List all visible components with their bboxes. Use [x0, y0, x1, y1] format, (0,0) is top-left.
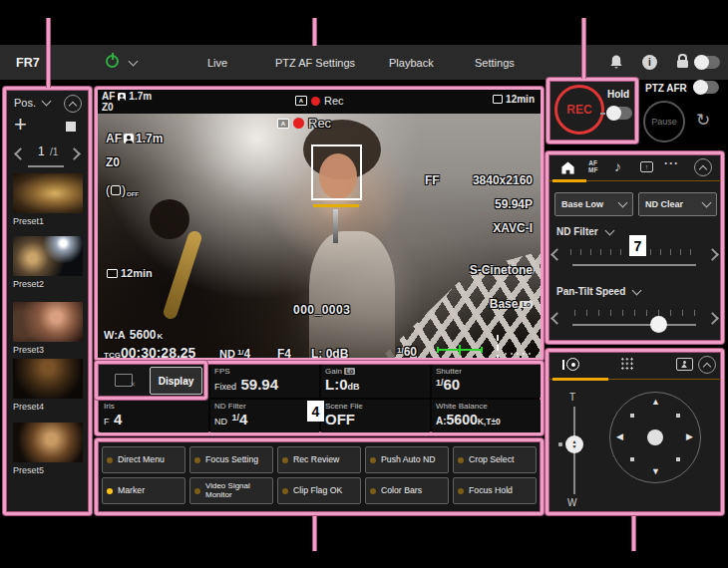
assignable-button-10[interactable]: Focus Hold [453, 477, 537, 504]
callout-badge-4: 4 [307, 401, 324, 422]
base-sensitivity-dropdown[interactable]: Base Low [554, 192, 633, 216]
power-chevron-down-icon[interactable] [129, 57, 139, 67]
status-white-balance[interactable]: White Balance A:5600K,T±0 [432, 400, 541, 432]
preset-thumbnail-2[interactable] [13, 236, 83, 276]
pan-tilt-decrease-icon[interactable] [550, 312, 563, 325]
bell-icon[interactable] [608, 54, 624, 71]
pan-tilt-expander[interactable]: Pan-Tilt Speed [556, 286, 640, 297]
tab-live[interactable]: Live [207, 45, 227, 80]
ptz-afr-toggle[interactable] [693, 81, 719, 94]
preset-thumbnail-3[interactable] [13, 302, 83, 342]
level-meter [497, 335, 499, 358]
overlay-base-label: Base [490, 297, 519, 311]
lock-toggle[interactable] [694, 56, 720, 69]
power-button[interactable] [106, 55, 119, 68]
saxophone [162, 229, 203, 321]
dpad-left-icon[interactable]: ◀ [616, 431, 623, 441]
nd-preset-dropdown[interactable]: ND Clear [638, 192, 717, 216]
nd-filter-expander[interactable]: ND Filter [556, 226, 613, 237]
prev-page-icon[interactable] [14, 147, 27, 160]
hold-toggle[interactable] [606, 107, 632, 120]
overlay-rec-label: Rec [308, 116, 331, 131]
assignable-button-9[interactable]: Color Bars [365, 477, 449, 504]
rec-button[interactable]: REC [554, 85, 604, 135]
preset-thumbnail-4[interactable] [13, 359, 83, 399]
status-fps-label: FPS [214, 367, 315, 376]
overlay-rec-dot [293, 118, 304, 129]
microphone [333, 209, 338, 243]
nd-preset-value: ND Clear [645, 199, 683, 209]
assignable-button-1[interactable]: Direct Menu [102, 446, 185, 473]
assignable-button-3[interactable]: Rec Review [277, 446, 361, 473]
pan-tilt-dpad[interactable]: ▲ ▼ ◀ ▶ [609, 392, 701, 483]
status-nd-sup: 1/ [231, 413, 239, 423]
live-video[interactable]: AF 1.7m Z0 ( ) OFF A Rec FF 3840x2160 59… [98, 114, 541, 358]
camera-image-off-button[interactable]: ✕ [104, 369, 144, 391]
tab-playback[interactable]: Playback [389, 45, 434, 80]
overlay-face-icon [124, 134, 134, 143]
position-dropdown[interactable]: Pos. [14, 97, 50, 109]
status-gain-unit: dB [348, 382, 360, 392]
assignable-button-8[interactable]: Clip Flag OK [277, 477, 361, 504]
tab-media-icon[interactable]: ↑ [640, 161, 653, 172]
assignable-label: Focus Setting [205, 455, 258, 464]
status-iris[interactable]: Iris F 4 [100, 400, 208, 432]
zoom-tele-label: T [569, 392, 575, 403]
pan-tilt-knob[interactable] [650, 316, 667, 333]
overlay-zoom-position: Z0 [106, 155, 120, 169]
dpad-down-icon[interactable]: ▼ [651, 466, 660, 476]
adjust-collapse-button[interactable] [694, 158, 712, 176]
overlay-nd-prefix: ND [219, 348, 235, 358]
dpad-center-button[interactable] [647, 429, 663, 445]
callout-badge-7: 7 [629, 235, 646, 256]
status-fps[interactable]: FPS Fixed 59.94 [210, 365, 319, 398]
dpad-up-icon[interactable]: ▲ [651, 397, 660, 407]
tab-af-mf-icon[interactable]: AF MF [588, 159, 597, 173]
reset-icon[interactable]: ↺ [696, 110, 710, 131]
nd-slider-track[interactable] [572, 264, 696, 266]
next-page-icon[interactable] [68, 147, 81, 160]
tab-auto-framing-icon[interactable] [676, 358, 693, 371]
ptz-collapse-button[interactable] [698, 356, 716, 374]
assignable-button-6[interactable]: Marker [102, 477, 185, 504]
nd-slider-decrease-icon[interactable] [550, 248, 563, 261]
add-preset-button[interactable]: + [14, 112, 27, 138]
strip-rec-label: Rec [324, 95, 344, 107]
dpad-right-icon[interactable]: ▶ [686, 431, 693, 441]
status-scene-label: Scene File [325, 402, 426, 411]
tab-audio-icon[interactable]: ♪ [614, 158, 621, 174]
tab-ptz-af-settings[interactable]: PTZ AF Settings [275, 45, 355, 80]
tab-home-icon[interactable] [560, 160, 575, 175]
status-nd-filter[interactable]: ND Filter ND 1/4 [210, 400, 319, 432]
tab-more-icon[interactable]: ··· [664, 156, 679, 170]
stop-icon[interactable] [66, 122, 76, 132]
display-button[interactable]: Display [150, 367, 202, 395]
pan-tilt-track[interactable] [572, 324, 696, 326]
preset-thumbnail-5[interactable] [13, 423, 83, 462]
assignable-button-5[interactable]: Crop Select [453, 446, 537, 473]
chevron-up-icon [699, 164, 707, 172]
status-shutter[interactable]: Shutter 1/60 [432, 365, 541, 398]
status-scene-file[interactable]: Scene File OFF [321, 400, 430, 432]
status-gain[interactable]: Gain Lo L:0dB [321, 365, 430, 398]
collapse-panel-button[interactable] [64, 95, 82, 113]
tab-settings[interactable]: Settings [475, 45, 515, 80]
info-icon[interactable]: i [642, 55, 657, 70]
tab-ptz-joystick-icon[interactable] [562, 358, 578, 372]
status-wb-suffix: K,T±0 [478, 417, 501, 426]
assignable-button-4[interactable]: Push Auto ND [365, 446, 449, 473]
overlay-wb-value: 5600 [130, 328, 157, 342]
button-led-active [107, 488, 113, 494]
strip-af-distance: 1.7m [129, 91, 152, 102]
assignable-button-2[interactable]: Focus Setting [189, 446, 273, 473]
zoom-slider-knob[interactable]: ▲▼ [565, 435, 583, 453]
tab-numeric-pad-icon[interactable] [620, 357, 634, 371]
pan-tilt-increase-icon[interactable] [706, 312, 719, 325]
assignable-label: Video Signal Monitor [205, 482, 268, 499]
assignable-button-7[interactable]: Video Signal Monitor [189, 477, 273, 504]
preset-thumbnail-1[interactable] [13, 173, 83, 213]
overlay-resolution: 3840x2160 [473, 173, 533, 187]
status-gain-value: L:0 [325, 376, 348, 393]
nd-slider-increase-icon[interactable] [706, 248, 719, 261]
pause-button[interactable]: Pause [643, 101, 685, 142]
